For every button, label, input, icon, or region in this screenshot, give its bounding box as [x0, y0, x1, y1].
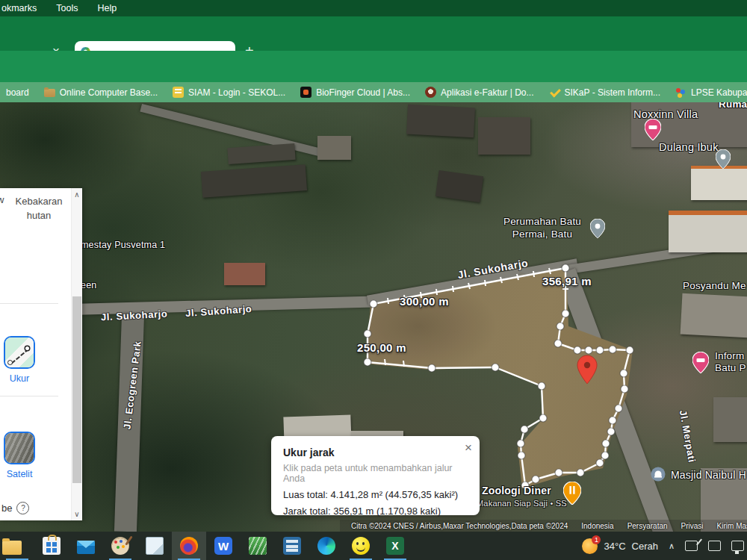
bookmark-sikap[interactable]: SIKaP - Sistem Inform...	[545, 87, 665, 98]
mail-icon	[77, 541, 95, 554]
bookmark-label: LPSE Kabupaten Gresi...	[691, 87, 747, 98]
clipped-panel-item: w	[0, 194, 4, 205]
tray-expand-icon[interactable]: ∧	[669, 541, 675, 551]
bookmark-biofinger[interactable]: BioFinger Cloud | Abs...	[296, 87, 415, 98]
red-place-marker[interactable]	[577, 355, 598, 385]
menu-bookmarks[interactable]: okmarks	[1, 3, 37, 13]
restaurant-pin-zoologi[interactable]	[563, 482, 581, 505]
weather-widget[interactable]: 1 34°C Cerah	[582, 538, 657, 554]
taskbar-paint[interactable]	[103, 532, 137, 560]
clipped-footer-text: be	[1, 503, 12, 514]
lodging-pin-noxxinn[interactable]	[645, 119, 661, 140]
side-panel: w Kebakaran hutan Ukur Satelit be ? ∧ ∨	[0, 188, 82, 520]
privacy-link[interactable]: Privasi	[681, 522, 704, 530]
satelit-tool-tile[interactable]	[4, 432, 35, 464]
building-white	[691, 166, 747, 200]
place-dulang: Dulang Ibuk	[659, 141, 719, 153]
bookmarks-bar: board Online Computer Base... SIAM - Log…	[0, 82, 747, 102]
lpse-favicon	[675, 87, 686, 98]
building-red-roof	[224, 263, 265, 285]
card-close-icon[interactable]: ×	[465, 441, 472, 455]
measure-info-card: × Ukur jarak Klik pada peta untuk menamb…	[271, 436, 480, 515]
scrollbar-thumb[interactable]	[72, 296, 81, 483]
bookmark-online-computer[interactable]: Online Computer Base...	[40, 87, 162, 98]
bookmark-label: Online Computer Base...	[60, 87, 158, 98]
lodging-pin-inform[interactable]	[692, 352, 709, 373]
place-perumahan-line1: Perumahan Batu	[495, 216, 590, 227]
building-white	[669, 211, 747, 252]
siam-favicon	[173, 87, 184, 98]
navigation-toolbar: https://www.google.com/maps/place/7°53'1…	[0, 51, 747, 82]
place-homestay: mestay Pusvetma 1	[81, 240, 165, 250]
panel-scrollbar[interactable]: ∧ ∨	[71, 188, 82, 520]
taskbar-green-app[interactable]	[241, 532, 275, 560]
menu-tools[interactable]: Tools	[56, 3, 78, 13]
taskbar-calculator[interactable]	[275, 532, 309, 560]
place-perumahan-line2: Permai, Batu	[495, 228, 590, 240]
satelit-label: Satelit	[0, 469, 39, 479]
imagery-credit: Citra ©2024 CNES / Airbus,Maxar Technolo…	[351, 522, 568, 530]
tab-bar: × 7°53'11.9"S 112°31'48.4"E - Goo × +	[0, 16, 747, 51]
weather-condition: Cerah	[632, 541, 658, 552]
taskbar: W X 1 34°C Cerah ∧	[0, 532, 747, 560]
ukur-label: Ukur	[0, 373, 39, 384]
panel-item-kebakaran[interactable]: Kebakaran hutan	[12, 194, 66, 223]
measure-label-250: 250,00 m	[357, 341, 406, 354]
building	[406, 105, 475, 138]
ukur-tool-tile[interactable]	[4, 336, 35, 369]
poi-pin-perumahan[interactable]	[590, 219, 605, 238]
excel-icon: X	[386, 537, 404, 555]
bookmark-dashboard[interactable]: board	[1, 87, 34, 98]
bookmark-label: BioFinger Cloud | Abs...	[316, 87, 410, 98]
satellite-layer-icon	[5, 433, 34, 463]
notification-badge: 1	[592, 535, 601, 544]
taskbar-store[interactable]	[34, 532, 69, 560]
taskbar-smiley-app[interactable]	[344, 532, 378, 560]
system-tray: 1 34°C Cerah ∧	[582, 532, 747, 560]
checkmark-favicon	[549, 87, 560, 98]
bookmark-efaktur[interactable]: Aplikasi e-Faktur | Do...	[421, 87, 539, 98]
bookmark-lpse[interactable]: LPSE Kabupaten Gresi...	[671, 87, 747, 98]
taskbar-edge[interactable]	[309, 532, 344, 560]
place-ruma: Ruma	[719, 102, 747, 110]
store-icon	[43, 537, 61, 555]
taskbar-notepad[interactable]	[137, 532, 172, 560]
terms-link[interactable]: Persyaratan	[627, 522, 668, 530]
weather-temp: 34°C	[604, 541, 625, 552]
place-posyandu: Posyandu Me	[683, 280, 746, 291]
card-area-total: Luas total: 4.141,28 m² (44.576,35 kaki²…	[283, 489, 468, 500]
bookmark-label: SIKaP - Sistem Inform...	[565, 87, 660, 98]
notepad-icon	[146, 537, 164, 555]
scroll-up-icon[interactable]: ∧	[72, 190, 82, 199]
bookmark-label: SIAM - Login - SEKOL...	[188, 87, 285, 98]
place-noxxinn: Noxxinn Villa	[633, 108, 698, 120]
screen: okmarks Tools Help × 7°53'11.9"S 112°31'…	[0, 0, 747, 560]
taskbar-mail[interactable]	[69, 532, 103, 560]
measure-label-total: 356,91 m	[542, 275, 592, 287]
pen-device-icon[interactable]	[685, 541, 698, 551]
menu-help[interactable]: Help	[97, 3, 117, 13]
place-zoologi: Zoologi Diner	[482, 485, 551, 497]
network-display-icon[interactable]	[731, 541, 744, 551]
place-inform-line1: Inform	[715, 350, 744, 361]
help-icon[interactable]: ?	[16, 502, 29, 514]
panel-footer[interactable]: be ?	[1, 502, 29, 514]
card-hint: Klik pada peta untuk menambahkan jalur A…	[283, 463, 468, 484]
wps-office-icon: W	[214, 537, 232, 555]
mosque-icon[interactable]	[651, 467, 666, 482]
panel-divider	[0, 303, 58, 304]
folder-icon	[44, 89, 55, 97]
place-een: een	[81, 280, 96, 290]
building	[478, 117, 530, 155]
taskbar-file-explorer[interactable]	[0, 532, 34, 560]
poi-pin-dulang[interactable]	[716, 149, 731, 169]
feedback-link[interactable]: Kirim Masuka	[717, 522, 747, 530]
battery-icon[interactable]	[708, 541, 721, 551]
bookmark-siam[interactable]: SIAM - Login - SEKOL...	[168, 87, 290, 98]
panel-divider	[0, 396, 58, 396]
taskbar-firefox[interactable]	[172, 532, 206, 560]
map-canvas[interactable]: 300,00 m 250,00 m 356,91 m Jl. Sukoharjo…	[0, 102, 747, 532]
taskbar-wps[interactable]: W	[206, 532, 241, 560]
taskbar-excel[interactable]: X	[378, 532, 412, 560]
scroll-down-icon[interactable]: ∨	[72, 510, 82, 518]
